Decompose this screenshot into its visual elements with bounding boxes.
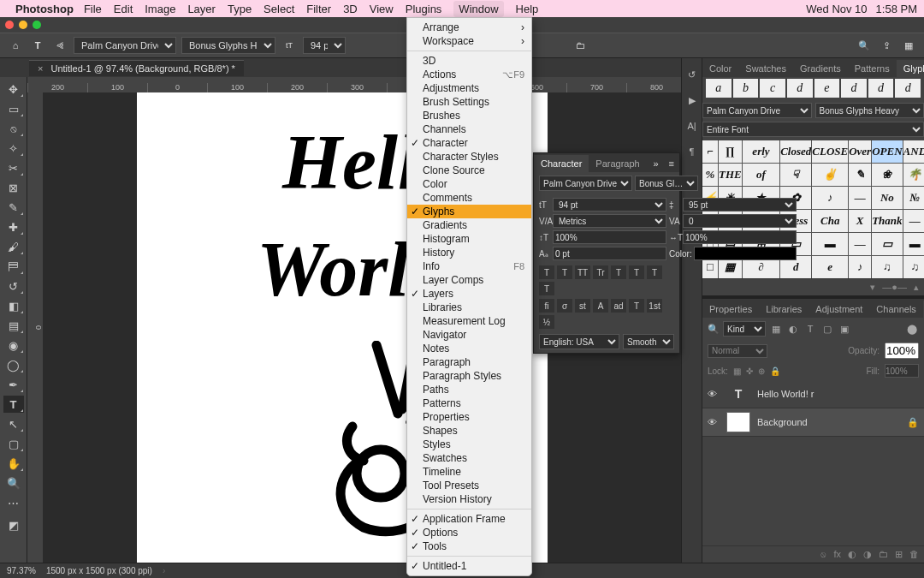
glyph-cell[interactable]: ⌐: [702, 140, 718, 163]
char-leading-select[interactable]: 95 pt: [683, 198, 797, 212]
lock-all-icon[interactable]: 🔒: [770, 366, 780, 376]
opacity-input[interactable]: [885, 343, 919, 359]
menu-plugins[interactable]: Plugins: [406, 3, 442, 15]
glyph-cell[interactable]: erly: [743, 140, 779, 163]
layer-filter-kind-select[interactable]: Kind: [723, 321, 766, 337]
char-style-button[interactable]: Tr: [593, 265, 608, 279]
more-tools-icon[interactable]: ⋯: [3, 494, 24, 511]
window-menu-item[interactable]: Shapes: [407, 424, 531, 438]
zoom-tool-icon[interactable]: 🔍: [3, 474, 24, 492]
window-menu-item[interactable]: Adjustments: [407, 81, 531, 95]
char-aa-select[interactable]: Smooth: [623, 334, 674, 349]
glyph-cell[interactable]: ∏: [719, 140, 742, 163]
crop-tool-icon[interactable]: ✂: [3, 159, 24, 176]
panel-menu-icon[interactable]: ≡: [664, 155, 679, 172]
recent-glyph-cell[interactable]: e: [814, 79, 840, 98]
window-menu-item[interactable]: ✓Character: [407, 136, 531, 150]
history-panel-icon[interactable]: ↺: [684, 67, 700, 82]
layer-row[interactable]: 👁 T Hello World! r: [702, 380, 924, 408]
char-style-button[interactable]: TT: [575, 265, 590, 279]
glyph-cell[interactable]: X: [849, 210, 871, 232]
new-adjustment-icon[interactable]: ◑: [863, 549, 872, 560]
window-menu-item[interactable]: Workspace: [407, 34, 531, 48]
glyph-cell[interactable]: —: [903, 210, 924, 232]
window-menu-item[interactable]: Styles: [407, 438, 531, 451]
filter-adjust-icon[interactable]: ◐: [786, 322, 800, 336]
char-opentype-button[interactable]: 1st: [647, 299, 662, 313]
char-opentype-button[interactable]: A: [593, 299, 608, 313]
tab-swatches[interactable]: Swatches: [738, 60, 793, 77]
char-kerning-select[interactable]: Metrics: [553, 214, 666, 228]
panel-collapse-icon[interactable]: »: [648, 155, 663, 172]
glyph-cell[interactable]: ▬: [812, 233, 848, 255]
window-menu-item[interactable]: ✓Options: [407, 526, 531, 539]
window-menu-item[interactable]: Paragraph Styles: [407, 369, 531, 383]
status-doc-size[interactable]: 1500 px x 1500 px (300 ppi): [46, 566, 152, 575]
tab-channels[interactable]: Channels: [869, 301, 922, 318]
char-hscale-input[interactable]: [683, 230, 797, 244]
stamp-tool-icon[interactable]: ⛿: [3, 258, 24, 275]
window-menu-item[interactable]: Brush Settings: [407, 95, 531, 109]
recent-glyph-cell[interactable]: c: [760, 79, 785, 98]
tab-adjustment[interactable]: Adjustment: [808, 301, 869, 318]
recent-glyph-cell[interactable]: d: [841, 79, 867, 98]
eraser-tool-icon[interactable]: ◧: [3, 297, 24, 314]
glyph-cell[interactable]: ☟: [780, 164, 811, 186]
font-style-select[interactable]: Bonus Glyphs Heavy: [181, 37, 275, 54]
path-select-tool-icon[interactable]: ↖: [3, 415, 24, 432]
window-menu-item[interactable]: Swatches: [407, 451, 531, 465]
heal-tool-icon[interactable]: ✚: [3, 218, 24, 235]
char-baseline-input[interactable]: [553, 247, 666, 260]
status-chevron-icon[interactable]: ›: [163, 566, 165, 575]
filter-type-icon[interactable]: T: [803, 322, 817, 336]
ruler-vertical[interactable]: 0: [27, 92, 43, 563]
char-style-button[interactable]: T: [647, 265, 662, 279]
font-size-select[interactable]: 94 pt: [303, 37, 346, 54]
window-menu-item[interactable]: Properties: [407, 410, 531, 424]
menu-image[interactable]: Image: [145, 3, 175, 15]
glyph-zoom-out-icon[interactable]: ▾: [870, 282, 875, 293]
window-menu-item[interactable]: Gradients: [407, 218, 531, 232]
tab-libraries[interactable]: Libraries: [759, 301, 808, 318]
layer-mask-icon[interactable]: ◐: [848, 549, 856, 560]
char-language-select[interactable]: English: USA: [539, 334, 619, 349]
char-opentype-button[interactable]: ½: [539, 315, 554, 329]
glyph-cell[interactable]: CLOSE: [812, 140, 848, 163]
window-menu-item[interactable]: ✓Untitled-1: [407, 559, 531, 573]
char-size-select[interactable]: 94 pt: [553, 198, 666, 212]
filter-smart-icon[interactable]: ▣: [838, 322, 851, 336]
char-opentype-button[interactable]: σ: [557, 299, 572, 313]
type-tool-icon[interactable]: T: [29, 37, 46, 54]
link-layers-icon[interactable]: ⍉: [820, 549, 826, 560]
glyph-zoom-in-icon[interactable]: ▴: [914, 282, 919, 293]
window-menu-item[interactable]: Timeline: [407, 465, 531, 479]
window-menu-item[interactable]: Paths: [407, 383, 531, 396]
char-font-style-select[interactable]: Bonus Gl…: [635, 176, 698, 191]
glyph-font-style-select[interactable]: Bonus Glyphs Heavy: [815, 103, 925, 118]
layer-visibility-icon[interactable]: 👁: [708, 417, 720, 427]
window-menu-item[interactable]: Patterns: [407, 396, 531, 410]
filter-toggle-icon[interactable]: ⬤: [905, 322, 919, 336]
close-tab-icon[interactable]: ×: [38, 63, 43, 74]
workspace-icon[interactable]: ▦: [900, 37, 917, 54]
glyph-cell[interactable]: ♪: [849, 256, 871, 278]
wand-tool-icon[interactable]: ✧: [3, 140, 24, 157]
move-tool-icon[interactable]: ✥: [3, 80, 24, 98]
character-panel-icon[interactable]: A|: [684, 118, 700, 134]
folder-icon[interactable]: 🗀: [572, 37, 589, 54]
lasso-tool-icon[interactable]: ⍉: [3, 120, 24, 137]
tab-paragraph[interactable]: Paragraph: [589, 155, 646, 172]
orientation-icon[interactable]: ⫷: [51, 37, 68, 54]
glyph-cell[interactable]: Thank: [872, 210, 902, 232]
char-opentype-button[interactable]: ad: [611, 299, 626, 313]
layer-name[interactable]: Hello World! r: [757, 389, 814, 399]
menu-filter[interactable]: Filter: [306, 3, 331, 15]
layer-visibility-icon[interactable]: 👁: [708, 389, 720, 399]
glyph-cell[interactable]: ♫: [872, 256, 902, 278]
lock-position-icon[interactable]: ✜: [746, 366, 753, 376]
window-menu-item[interactable]: Notes: [407, 342, 531, 355]
home-icon[interactable]: ⌂: [7, 37, 24, 54]
window-menu-item[interactable]: ✓Layers: [407, 287, 531, 301]
window-menu-item[interactable]: Navigator: [407, 328, 531, 342]
window-menu-item[interactable]: ✓Tools: [407, 539, 531, 553]
